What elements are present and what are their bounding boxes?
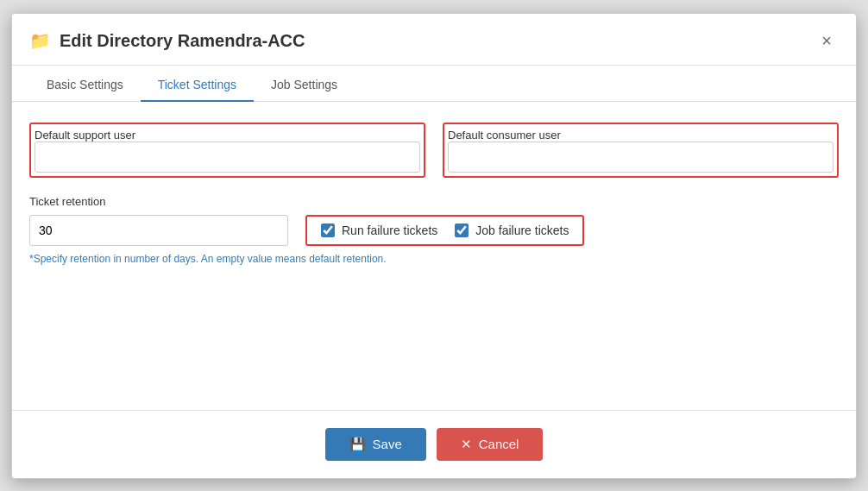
failure-tickets-container: Run failure tickets Job failure tickets [305, 215, 584, 246]
save-button[interactable]: 💾 Save [325, 428, 426, 461]
cancel-button[interactable]: ✕ Cancel [437, 428, 544, 461]
edit-directory-modal: 📁 Edit Directory Ramendra-ACC × Basic Se… [11, 13, 857, 479]
cancel-label: Cancel [479, 437, 519, 451]
ticket-retention-label: Ticket retention [29, 195, 839, 208]
default-consumer-user-group: Default consumer user [443, 123, 839, 178]
cancel-icon: ✕ [461, 437, 472, 452]
support-user-border: Default support user [29, 123, 425, 178]
job-failure-label: Job failure tickets [475, 223, 569, 237]
retention-controls: Run failure tickets Job failure tickets [29, 215, 839, 246]
default-support-user-input[interactable] [35, 142, 420, 173]
default-support-user-group: Default support user [29, 123, 425, 178]
modal-title: 📁 Edit Directory Ramendra-ACC [29, 30, 305, 51]
run-failure-label: Run failure tickets [342, 223, 437, 237]
modal-body: Default support user Default consumer us… [12, 102, 856, 393]
tab-basic-settings[interactable]: Basic Settings [29, 69, 141, 102]
tab-ticket-settings[interactable]: Ticket Settings [141, 69, 254, 102]
default-consumer-user-label: Default consumer user [448, 129, 561, 142]
save-label: Save [373, 437, 402, 451]
ticket-retention-input[interactable] [29, 215, 288, 246]
folder-icon: 📁 [29, 30, 51, 51]
retention-hint: *Specify retention in number of days. An… [29, 253, 839, 265]
modal-footer: 💾 Save ✕ Cancel [12, 410, 856, 478]
ticket-retention-row: Ticket retention Run failure tickets Job… [29, 195, 839, 246]
modal-title-text: Edit Directory Ramendra-ACC [60, 31, 305, 51]
default-consumer-user-input[interactable] [448, 142, 833, 173]
close-button[interactable]: × [815, 28, 839, 54]
user-fields-row: Default support user Default consumer us… [29, 123, 839, 178]
tab-job-settings[interactable]: Job Settings [254, 69, 355, 102]
tabs-container: Basic Settings Ticket Settings Job Setti… [12, 69, 856, 102]
job-failure-checkbox[interactable] [455, 223, 469, 237]
default-support-user-label: Default support user [35, 129, 135, 142]
save-icon: 💾 [349, 437, 366, 452]
job-failure-item: Job failure tickets [455, 223, 569, 237]
consumer-user-border: Default consumer user [443, 123, 839, 178]
modal-header: 📁 Edit Directory Ramendra-ACC × [12, 14, 856, 66]
run-failure-item: Run failure tickets [321, 223, 437, 237]
run-failure-checkbox[interactable] [321, 223, 335, 237]
